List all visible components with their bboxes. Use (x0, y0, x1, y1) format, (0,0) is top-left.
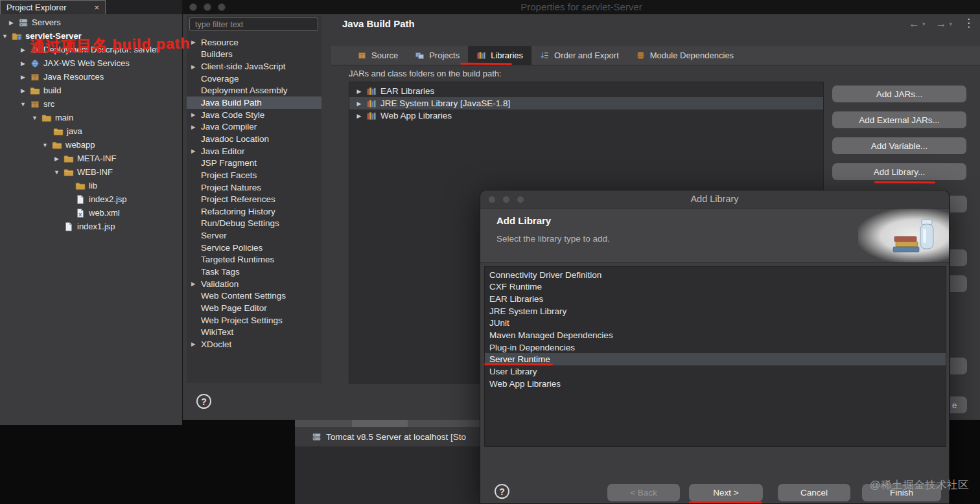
props-nav-item-service-policies[interactable]: Service Policies (187, 242, 321, 254)
tree-item-webapp[interactable]: ▼webapp (0, 138, 182, 152)
props-nav-item-refactoring-history[interactable]: Refactoring History (187, 205, 321, 218)
library-option-cxf-runtime[interactable]: CXF Runtime (485, 281, 946, 293)
chevron-right-icon[interactable]: ▶ (191, 148, 196, 154)
chevron-down-icon[interactable]: ▼ (53, 169, 60, 176)
props-nav-item-web-project-settings[interactable]: Web Project Settings (187, 314, 321, 326)
library-option-maven-managed-dependencies[interactable]: Maven Managed Dependencies (485, 329, 946, 341)
props-nav-item-resource[interactable]: ▶Resource (187, 36, 321, 49)
props-nav-item-javadoc-location[interactable]: Javadoc Location (187, 133, 321, 145)
next-button[interactable]: Next > (689, 484, 763, 501)
cancel-button[interactable]: Cancel (778, 484, 850, 501)
tree-item-web-xml[interactable]: web.xml (0, 206, 182, 220)
library-option-web-app-libraries[interactable]: Web App Libraries (485, 378, 946, 390)
caret-down-icon[interactable]: ▾ (950, 21, 953, 27)
properties-titlebar[interactable]: Properties for servlet-Server (183, 0, 980, 14)
tree-item-index2-jsp[interactable]: index2.jsp (0, 192, 182, 206)
servers-view-tab[interactable] (352, 420, 408, 427)
chevron-right-icon[interactable]: ▶ (191, 281, 196, 287)
back-arrow-icon[interactable]: ← (909, 17, 920, 30)
library-option-connectivity-driver-definition[interactable]: Connectivity Driver Definition (485, 269, 946, 281)
library-option-plug-in-dependencies[interactable]: Plug-in Dependencies (485, 341, 946, 354)
props-nav-item-deployment-assembly[interactable]: Deployment Assembly (187, 85, 321, 97)
chevron-right-icon[interactable]: ▶ (19, 60, 27, 67)
close-icon[interactable]: × (94, 3, 99, 12)
props-nav-item-java-build-path[interactable]: Java Build Path (187, 97, 321, 109)
props-nav-item-wikitext[interactable]: WikiText (187, 326, 321, 338)
partial-button[interactable] (950, 275, 967, 292)
library-option-junit[interactable]: JUnit (485, 317, 946, 330)
add-jars-button[interactable]: Add JARs... (832, 86, 966, 102)
filter-input[interactable] (189, 17, 318, 31)
props-nav-item-task-tags[interactable]: Task Tags (187, 266, 321, 278)
chevron-right-icon[interactable]: ▶ (8, 19, 15, 26)
back-button[interactable]: < Back (607, 484, 680, 501)
library-option-jre-system-library[interactable]: JRE System Library (485, 305, 946, 317)
props-nav-item-project-natures[interactable]: Project Natures (187, 181, 321, 194)
chevron-down-icon[interactable]: ▼ (1, 33, 8, 40)
chevron-right-icon[interactable]: ▶ (191, 39, 196, 45)
props-nav-item-client-side-javascript[interactable]: ▶Client-side JavaScript (187, 60, 321, 73)
tree-item-servers[interactable]: ▶Servers (0, 16, 182, 29)
chevron-right-icon[interactable]: ▶ (191, 124, 196, 130)
view-menu-icon[interactable]: ⋮ (963, 16, 974, 30)
tree-item-lib[interactable]: lib (0, 179, 182, 192)
tree-item-java-resources[interactable]: ▶Java Resources (0, 70, 182, 84)
props-nav-item-jsp-fragment[interactable]: JSP Fragment (187, 157, 321, 169)
props-nav-item-project-references[interactable]: Project References (187, 193, 321, 205)
tab-libraries[interactable]: Libraries (468, 46, 531, 65)
forward-arrow-icon[interactable]: → (936, 17, 947, 30)
chevron-down-icon[interactable]: ▼ (31, 115, 38, 121)
tab-project-explorer[interactable]: Project Explorer × (0, 0, 106, 14)
tab-source[interactable]: Source (349, 46, 406, 65)
chevron-right-icon[interactable]: ▶ (191, 111, 196, 118)
chevron-down-icon[interactable]: ▼ (41, 142, 49, 148)
partial-button[interactable]: e (950, 396, 967, 413)
props-nav-item-xdoclet[interactable]: ▶XDoclet (187, 338, 321, 350)
chevron-right-icon[interactable]: ▶ (53, 155, 60, 162)
chevron-right-icon[interactable]: ▶ (356, 100, 362, 107)
tree-item-web-inf[interactable]: ▼WEB-INF (0, 165, 182, 179)
help-button[interactable]: ? (495, 484, 509, 499)
chevron-right-icon[interactable]: ▶ (356, 88, 362, 95)
build-path-item-web-app-libraries[interactable]: ▶Web App Libraries (349, 109, 823, 122)
tab-projects[interactable]: Projects (406, 46, 468, 65)
tab-module-dependencies[interactable]: Module Dependencies (627, 46, 742, 65)
tree-item-index1-jsp[interactable]: index1.jsp (0, 220, 182, 233)
tree-item-src[interactable]: ▼src (0, 97, 182, 111)
chevron-right-icon[interactable]: ▶ (356, 113, 362, 119)
props-nav-item-project-facets[interactable]: Project Facets (187, 169, 321, 181)
library-option-server-runtime[interactable]: Server Runtime (485, 353, 946, 365)
props-nav-item-coverage[interactable]: Coverage (187, 73, 321, 85)
add-variable-button[interactable]: Add Variable... (832, 137, 966, 154)
tree-item-meta-inf[interactable]: ▶META-INF (0, 152, 182, 165)
chevron-right-icon[interactable]: ▶ (19, 47, 27, 53)
add-library-button[interactable]: Add Library... (832, 163, 966, 180)
library-option-ear-libraries[interactable]: EAR Libraries (485, 293, 946, 305)
props-nav-item-java-code-style[interactable]: ▶Java Code Style (187, 109, 321, 121)
chevron-right-icon[interactable]: ▶ (19, 87, 27, 94)
partial-button[interactable] (950, 196, 967, 212)
library-option-user-library[interactable]: User Library (485, 365, 946, 378)
props-nav-item-java-compiler[interactable]: ▶Java Compiler (187, 120, 321, 133)
chevron-right-icon[interactable]: ▶ (19, 74, 27, 80)
tree-item-jaxws-web-services[interactable]: ▶JAX-WS Web Services (0, 56, 182, 70)
partial-button[interactable] (950, 358, 967, 374)
props-nav-item-web-content-settings[interactable]: Web Content Settings (187, 290, 321, 302)
props-nav-item-builders[interactable]: Builders (187, 49, 321, 61)
tree-item-java[interactable]: java (0, 124, 182, 138)
props-nav-item-validation[interactable]: ▶Validation (187, 278, 321, 290)
props-nav-item-java-editor[interactable]: ▶Java Editor (187, 145, 321, 157)
props-nav-item-server[interactable]: Server (187, 229, 321, 242)
build-path-item-jre-system-library[interactable]: ▶JRE System Library [JavaSE-1.8] (349, 97, 823, 109)
tree-item-build[interactable]: ▶build (0, 84, 182, 97)
tomcat-server-row[interactable]: Tomcat v8.5 Server at localhost [Sto (295, 427, 480, 446)
chevron-down-icon[interactable]: ▼ (19, 101, 27, 108)
chevron-right-icon[interactable]: ▶ (191, 341, 196, 347)
props-nav-item-web-page-editor[interactable]: Web Page Editor (187, 302, 321, 314)
tree-item-main[interactable]: ▼main (0, 111, 182, 124)
caret-down-icon[interactable]: ▾ (922, 21, 926, 27)
dialog-titlebar[interactable]: Add Library (480, 190, 949, 209)
props-nav-item-targeted-runtimes[interactable]: Targeted Runtimes (187, 254, 321, 266)
build-path-item-ear-libraries[interactable]: ▶EAR Libraries (349, 85, 823, 97)
chevron-right-icon[interactable]: ▶ (191, 63, 196, 70)
